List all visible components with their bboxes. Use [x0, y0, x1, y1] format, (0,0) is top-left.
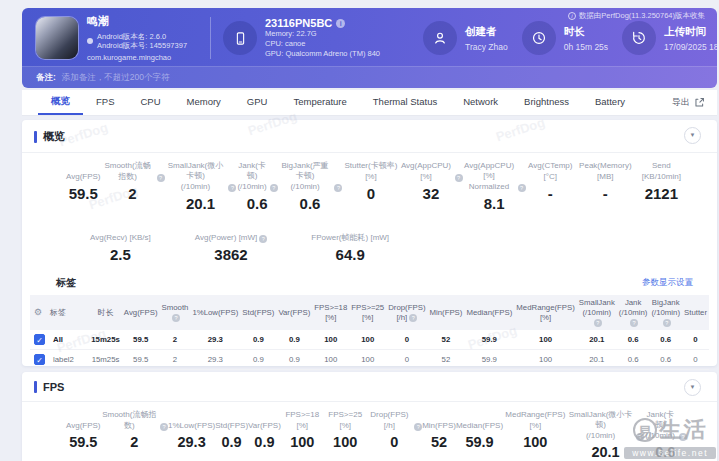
metric-label: Min(FPS): [422, 410, 456, 431]
column-header[interactable]: FPS>=18 [%]: [312, 295, 349, 330]
metric-value: 2.5: [110, 246, 131, 263]
metric-label: Avg(AppCPU) [%] Normalized?: [463, 161, 526, 192]
column-header[interactable]: Avg(FPS): [122, 295, 160, 330]
labels-table: ⚙标签时长Avg(FPS)Smooth?1%Low(FPS)Std(FPS)Va…: [30, 295, 709, 370]
info-icon[interactable]: ?: [172, 314, 180, 322]
tab-CPU[interactable]: CPU: [127, 90, 173, 115]
table-row[interactable]: ✓All15m25s59.5229.30.90.910010005259.910…: [30, 330, 709, 350]
table-row[interactable]: ✓label215m25s59.5229.30.90.910010005259.…: [30, 350, 709, 370]
metric-value: 59.9: [465, 434, 493, 450]
android-icon: [87, 38, 93, 44]
info-icon[interactable]: ?: [409, 314, 417, 322]
upload-time-value: 17/09/2025 18:30:42: [664, 42, 717, 52]
column-header[interactable]: Min(FPS): [427, 295, 464, 330]
metric-label: Smooth(流畅指数)?: [101, 161, 165, 182]
param-display-settings-link[interactable]: 参数显示设置: [642, 277, 693, 289]
metric-label: SmallJank(微小卡顿) (/10min)?: [165, 161, 237, 192]
info-icon[interactable]: ?: [594, 319, 602, 327]
column-header[interactable]: FPS>=25 [%]: [349, 295, 386, 330]
column-header[interactable]: Smooth?: [160, 295, 191, 330]
settings-gear-icon[interactable]: ⚙: [34, 307, 42, 317]
metric: Min(FPS)52: [422, 410, 456, 460]
person-icon: [423, 21, 457, 55]
info-icon[interactable]: ?: [259, 235, 267, 243]
info-icon[interactable]: ?: [157, 174, 165, 182]
tab-label: CPU: [140, 96, 160, 107]
tab-Thermal Status[interactable]: Thermal Status: [360, 90, 450, 115]
column-header[interactable]: Std(FPS): [240, 295, 276, 330]
info-icon[interactable]: ?: [160, 423, 168, 431]
info-icon[interactable]: ?: [663, 319, 671, 327]
metric: Avg(Recv) [KB/s]2.5: [90, 222, 151, 263]
column-header[interactable]: Var(FPS): [276, 295, 312, 330]
export-button[interactable]: 导出: [672, 90, 705, 115]
metric: Avg(Power) [mW]?3862: [195, 222, 268, 263]
table-cell: 15m25s: [89, 330, 122, 350]
table-cell: 0.6: [649, 330, 682, 350]
info-icon[interactable]: ?: [228, 184, 236, 192]
metric: FPS>=25 [%]100: [324, 410, 367, 460]
tab-label: Temperature: [293, 96, 346, 107]
column-header[interactable]: Drop(FPS) [/h]?: [386, 295, 427, 330]
table-cell: 59.5: [122, 350, 160, 370]
remark-bar[interactable]: 备注: 添加备注，不超过200个字符: [22, 66, 717, 88]
metric-value: 0.9: [254, 434, 274, 450]
metric-value: 2121: [645, 185, 678, 202]
metric-value: 32: [423, 185, 440, 202]
data-source-note: i 数据由PerfDog(11.3.250764)版本收集: [568, 11, 705, 21]
column-header[interactable]: Median(FPS): [464, 295, 514, 330]
info-icon[interactable]: ?: [455, 174, 463, 182]
column-header[interactable]: Stutter: [682, 295, 709, 330]
tab-Network[interactable]: Network: [450, 90, 511, 115]
row-checkbox[interactable]: ✓: [34, 334, 45, 345]
column-header[interactable]: 1%Low(FPS): [190, 295, 240, 330]
page: i 数据由PerfDog(11.3.250764)版本收集 鸣潮 Android…: [0, 0, 719, 461]
info-icon[interactable]: ?: [679, 433, 687, 441]
data-source-text: 数据由PerfDog(11.3.250764)版本收集: [579, 11, 705, 21]
metric: Smooth(流畅指数)?2: [101, 410, 169, 460]
tab-GPU[interactable]: GPU: [234, 90, 281, 115]
tab-bar: 概览FPSCPUMemoryGPUTemperatureThermal Stat…: [22, 90, 717, 116]
metric: Avg(CTemp)[°C]-: [526, 161, 575, 212]
tab-概览[interactable]: 概览: [38, 90, 83, 115]
device-cpu: CPU: canoe: [265, 39, 380, 49]
collapse-overview-button[interactable]: ▼: [684, 127, 701, 144]
clock-icon: [522, 21, 556, 55]
metric: BigJank(严重卡顿) (/10min)?0.6: [278, 161, 343, 212]
tab-label: FPS: [96, 96, 114, 107]
info-icon[interactable]: ?: [270, 184, 278, 192]
device-memory: Memory: 22.7G: [265, 29, 380, 39]
column-header[interactable]: 时长: [89, 295, 122, 330]
export-label: 导出: [672, 96, 690, 109]
duration-label: 时长: [564, 25, 608, 39]
column-header[interactable]: SmallJank (/10min)?: [577, 295, 617, 330]
overview-section: 概览 ▼ Avg(FPS)59.5Smooth(流畅指数)?2SmallJank…: [22, 120, 717, 366]
table-header-row: ⚙标签时长Avg(FPS)Smooth?1%Low(FPS)Std(FPS)Va…: [30, 295, 709, 330]
info-icon[interactable]: i: [336, 19, 345, 28]
table-cell: 52: [427, 350, 464, 370]
row-name: label2: [53, 355, 74, 364]
column-header[interactable]: ⚙标签: [30, 295, 89, 330]
info-icon[interactable]: ?: [630, 319, 638, 327]
column-header[interactable]: Jank (/10min)?: [617, 295, 650, 330]
collapse-fps-button[interactable]: ▼: [684, 379, 701, 396]
metric-value: 8.1: [484, 195, 505, 212]
row-checkbox[interactable]: ✓: [34, 354, 45, 365]
table-cell: 0.6: [617, 330, 650, 350]
column-header[interactable]: MedRange(FPS)[%]: [514, 295, 577, 330]
metric: Avg(AppCPU) [%] Normalized?8.1: [463, 161, 526, 212]
info-icon[interactable]: ?: [636, 433, 644, 441]
device-info: 23116PN5BC i Memory: 22.7G CPU: canoe GP…: [223, 17, 409, 59]
column-header[interactable]: BigJank (/10min)?: [649, 295, 682, 330]
info-icon[interactable]: ?: [414, 423, 422, 431]
tab-Battery[interactable]: Battery: [582, 90, 638, 115]
info-icon[interactable]: ?: [518, 184, 526, 192]
metric-label: Avg(FPS): [66, 161, 101, 182]
tab-Memory[interactable]: Memory: [174, 90, 234, 115]
table-cell: 100: [514, 330, 577, 350]
info-icon[interactable]: ?: [334, 184, 342, 192]
table-cell: 20.1: [577, 350, 617, 370]
tab-Brightness[interactable]: Brightness: [511, 90, 582, 115]
tab-Temperature[interactable]: Temperature: [280, 90, 359, 115]
tab-FPS[interactable]: FPS: [83, 90, 127, 115]
